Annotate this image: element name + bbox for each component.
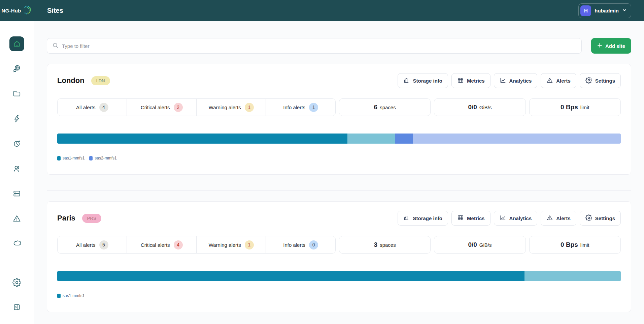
alert-label: Info alerts: [283, 242, 305, 248]
metrics-button[interactable]: Metrics: [451, 73, 490, 88]
legend-item: sas1-mmfs1: [57, 293, 84, 298]
sidebar-item-history[interactable]: [9, 136, 24, 151]
storage-info-button[interactable]: Storage info: [398, 73, 448, 88]
bar-segment: [57, 271, 524, 281]
card-actions: Storage info Metrics Analytics Alerts Se…: [398, 211, 621, 226]
main-content: Add site London LDN Storage info Metrics…: [34, 21, 644, 324]
add-site-label: Add site: [605, 43, 625, 49]
legend-marker: [89, 156, 93, 160]
alerts-button[interactable]: Alerts: [541, 211, 576, 226]
limit-unit: limit: [580, 105, 589, 110]
throughput-value: 0/0: [468, 241, 477, 248]
analytics-button[interactable]: Analytics: [494, 211, 538, 226]
user-avatar: H: [580, 5, 591, 16]
sidebar-item-cloud[interactable]: [9, 236, 24, 251]
throughput-cell: 0/0 GiB/s: [434, 98, 526, 116]
alerts-group: All alerts 5 Critical alerts 4 Warning a…: [57, 236, 336, 254]
limit-value: 0 Bps: [561, 104, 578, 111]
alert-count-badge: 1: [309, 103, 318, 112]
info-alerts-cell[interactable]: Info alerts 0: [266, 236, 335, 253]
app-logo-text: NG-Hub: [2, 8, 21, 13]
all-alerts-cell[interactable]: All alerts 5: [58, 236, 127, 253]
settings-button[interactable]: Settings: [580, 211, 621, 226]
expand-sidebar-icon: [13, 303, 21, 311]
info-alerts-cell[interactable]: Info alerts 1: [266, 99, 335, 116]
spaces-unit: spaces: [380, 242, 396, 248]
all-alerts-cell[interactable]: All alerts 4: [58, 99, 127, 116]
throughput-cell: 0/0 GiB/s: [434, 236, 526, 254]
metrics-button[interactable]: Metrics: [451, 211, 490, 226]
action-label: Metrics: [467, 215, 485, 221]
cards-divider: [47, 190, 631, 191]
throughput-value: 0/0: [468, 104, 477, 111]
line-chart-icon: [500, 214, 506, 222]
sidebar-item-globe-search[interactable]: [9, 61, 24, 76]
sidebar-item-expand[interactable]: [9, 300, 24, 315]
limit-value: 0 Bps: [561, 241, 578, 248]
analytics-button[interactable]: Analytics: [494, 73, 538, 88]
site-stats-row: All alerts 5 Critical alerts 4 Warning a…: [57, 236, 621, 254]
action-label: Analytics: [509, 215, 532, 221]
warning-alerts-cell[interactable]: Warning alerts 1: [197, 99, 266, 116]
sidebar-item-settings[interactable]: [9, 275, 24, 290]
sidebar-item-home[interactable]: [9, 36, 24, 51]
users-icon: [12, 164, 21, 173]
warning-alerts-cell[interactable]: Warning alerts 1: [197, 236, 266, 253]
legend-label: sas1-mmfs1: [63, 156, 84, 160]
alert-count-badge: 5: [99, 240, 108, 249]
critical-alerts-cell[interactable]: Critical alerts 2: [127, 99, 196, 116]
cloud-icon: [12, 239, 21, 248]
filter-search-box: [47, 38, 582, 54]
limit-cell: 0 Bps limit: [529, 98, 621, 116]
folder-icon: [12, 89, 21, 98]
settings-button[interactable]: Settings: [580, 73, 621, 88]
legend-item: sas2-mmfs1: [89, 156, 116, 160]
legend-marker: [57, 156, 61, 160]
gear-icon: [585, 214, 592, 222]
filter-input[interactable]: [62, 43, 576, 49]
bar-segment: [57, 134, 347, 144]
site-name: London: [57, 76, 84, 85]
legend-label: sas1-mmfs1: [63, 293, 84, 298]
sidebar-item-alerts[interactable]: [9, 211, 24, 226]
settings-gear-icon: [12, 278, 21, 287]
search-icon: [52, 42, 59, 50]
bar-segment: [395, 134, 413, 144]
action-label: Storage info: [413, 78, 443, 84]
bar-legend: sas1-mmfs1: [57, 293, 621, 298]
action-label: Analytics: [509, 78, 532, 84]
user-menu[interactable]: H hubadmin: [578, 3, 631, 18]
storage-usage-bar: [57, 271, 621, 281]
sidebar-item-servers[interactable]: [9, 186, 24, 201]
bar-chart-icon: [403, 214, 410, 222]
alert-triangle-icon: [12, 214, 21, 223]
lightning-icon: [12, 114, 21, 123]
sidebar-item-folder[interactable]: [9, 86, 24, 101]
alert-label: Warning alerts: [209, 242, 241, 248]
user-name: hubadmin: [595, 8, 619, 13]
action-label: Settings: [595, 78, 615, 84]
alert-label: Critical alerts: [141, 105, 170, 110]
critical-alerts-cell[interactable]: Critical alerts 4: [127, 236, 196, 253]
globe-search-icon: [12, 64, 21, 73]
throughput-unit: GiB/s: [479, 242, 492, 248]
history-clock-icon: [12, 139, 21, 148]
alerts-button[interactable]: Alerts: [541, 73, 576, 88]
sidebar-item-users[interactable]: [9, 161, 24, 176]
plus-icon: [597, 43, 602, 49]
gear-icon: [585, 77, 592, 85]
alert-label: Warning alerts: [209, 105, 241, 110]
page-title: Sites: [47, 7, 63, 14]
card-header: Paris PRS Storage info Metrics Analytics: [57, 210, 621, 226]
action-label: Storage info: [413, 215, 443, 221]
add-site-button[interactable]: Add site: [591, 38, 631, 54]
action-label: Alerts: [556, 215, 571, 221]
sidebar-item-lightning[interactable]: [9, 111, 24, 126]
storage-info-button[interactable]: Storage info: [398, 211, 448, 226]
table-icon: [457, 77, 464, 85]
action-label: Alerts: [556, 78, 571, 84]
site-stats-row: All alerts 4 Critical alerts 2 Warning a…: [57, 98, 621, 116]
site-code-badge: LDN: [91, 76, 110, 85]
alert-count-badge: 1: [245, 240, 254, 249]
bar-segment: [524, 271, 621, 281]
